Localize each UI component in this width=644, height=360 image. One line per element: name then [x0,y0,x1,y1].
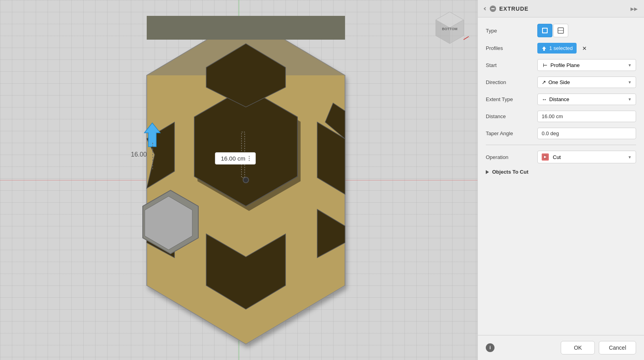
operation-dropdown[interactable]: Cut ▼ [537,151,636,163]
profiles-selected-text: 1 selected [549,45,573,51]
svg-text:X: X [469,35,470,38]
start-dropdown-wrapper: ⊢ Profile Plane ▼ [537,59,636,71]
direction-label: Direction [486,79,537,85]
svg-line-26 [464,36,469,40]
extent-type-dropdown-arrow: ▼ [628,97,632,101]
panel-footer: i OK Cancel [478,335,644,360]
distance-row: Distance [486,111,636,122]
collapse-icon[interactable] [484,7,487,10]
profiles-selected-button[interactable]: 1 selected [537,43,577,54]
direction-row: Direction ↗ One Side ▼ [486,77,636,88]
profiles-label: Profiles [486,45,537,51]
info-icon[interactable]: i [486,343,494,352]
taper-angle-input-wrapper [537,128,636,139]
extent-type-dropdown-value: Distance [549,96,569,102]
direction-dropdown-value: One Side [548,79,570,85]
distance-label: Distance [486,113,537,119]
extent-type-dropdown-left: ↔ Distance [542,96,569,102]
expand-icon [486,170,489,174]
panel-header: EXTRUDE ▸▸ [478,0,644,17]
profiles-clear-button[interactable]: ✕ [581,44,588,52]
profile-plane-icon: ⊢ [542,62,548,68]
taper-angle-label: Taper Angle [486,130,537,136]
type-label: Type [486,28,537,34]
panel-body: Type Profiles [478,17,644,335]
objects-to-cut-label: Objects To Cut [492,169,528,175]
operation-row: Operation Cut ▼ [486,151,636,163]
panel-minus-icon[interactable] [490,6,496,12]
taper-angle-input[interactable] [537,128,636,139]
type-solid-button[interactable] [537,24,552,37]
svg-text:16.00: 16.00 [131,151,147,158]
ok-button[interactable]: OK [561,341,595,354]
operation-label: Operation [486,154,537,160]
dimension-label[interactable]: 16.00 cm [215,152,256,165]
svg-marker-32 [542,46,546,51]
extent-type-dropdown[interactable]: ↔ Distance ▼ [537,94,636,105]
objects-to-cut-row[interactable]: Objects To Cut [486,169,636,175]
cancel-button[interactable]: Cancel [599,341,636,354]
svg-point-19 [243,177,249,183]
panel-pin-icon[interactable]: ▸▸ [631,4,638,13]
svg-rect-29 [543,29,547,33]
3d-viewport[interactable]: 16.00 16.00 cm BOTTOM X [0,0,477,360]
profiles-row: Profiles 1 selected ✕ [486,43,636,54]
type-btn-group [537,24,636,37]
extent-type-label: Extent Type [486,96,537,102]
profiles-control: 1 selected ✕ [537,43,636,54]
distance-icon: ↔ [542,96,547,102]
one-side-icon: ↗ [542,79,546,85]
hex-svg: 16.00 [0,0,477,360]
footer-buttons: OK Cancel [561,341,636,354]
extrude-panel: EXTRUDE ▸▸ Type [477,0,644,360]
operation-dropdown-arrow: ▼ [628,155,632,159]
svg-text:BOTTOM: BOTTOM [442,27,458,31]
divider-1 [486,145,636,145]
extent-type-dropdown-wrapper: ↔ Distance ▼ [537,94,636,105]
start-dropdown[interactable]: ⊢ Profile Plane ▼ [537,59,636,71]
cut-icon [542,153,549,161]
direction-dropdown-left: ↗ One Side [542,79,570,85]
taper-angle-row: Taper Angle [486,128,636,139]
distance-input-wrapper [537,111,636,122]
panel-title: EXTRUDE [499,6,631,12]
operation-dropdown-value: Cut [553,154,561,160]
start-dropdown-arrow: ▼ [628,63,632,67]
start-label: Start [486,62,537,68]
operation-dropdown-wrapper: Cut ▼ [537,151,636,163]
type-surface-button[interactable] [553,24,568,37]
svg-marker-3 [147,16,345,40]
extent-type-row: Extent Type ↔ Distance ▼ [486,94,636,105]
dimension-value: 16.00 cm [221,155,245,162]
direction-dropdown[interactable]: ↗ One Side ▼ [537,77,636,88]
direction-dropdown-wrapper: ↗ One Side ▼ [537,77,636,88]
distance-input[interactable] [537,111,636,122]
viewport-gizmo[interactable]: BOTTOM X [430,8,470,48]
direction-dropdown-arrow: ▼ [628,80,632,84]
start-dropdown-value: Profile Plane [550,62,580,68]
handle-dots[interactable] [249,156,250,161]
start-dropdown-left: ⊢ Profile Plane [542,62,580,68]
operation-dropdown-left: Cut [542,153,561,161]
type-row: Type [486,24,636,37]
start-row: Start ⊢ Profile Plane ▼ [486,59,636,71]
